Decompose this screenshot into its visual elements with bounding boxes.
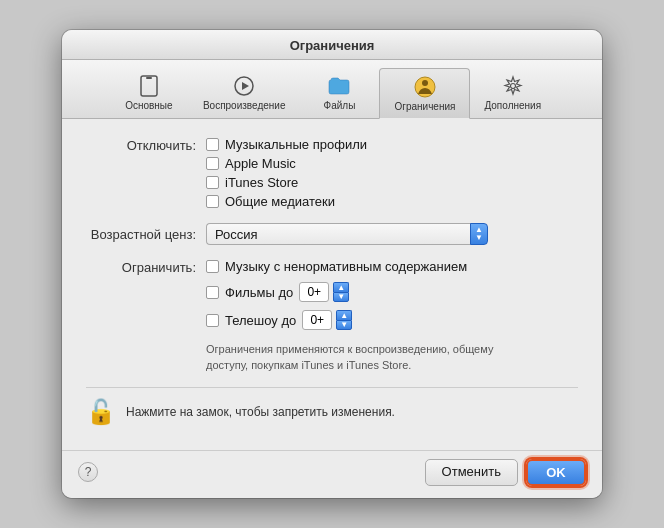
restrict-music-label: Музыку с ненормативным содержанием	[225, 259, 467, 274]
svg-marker-3	[242, 82, 249, 90]
movies-stepper-buttons: ▲ ▼	[333, 282, 349, 302]
checkbox-music-profiles[interactable]	[206, 138, 219, 151]
window-title: Ограничения	[290, 38, 375, 53]
age-rating-row: Возрастной ценз: Россия ▲▼	[86, 223, 578, 245]
checkbox-shared-libraries-label: Общие медиатеки	[225, 194, 335, 209]
disable-checkboxes: Музыкальные профили Apple Music iTunes S…	[206, 137, 367, 209]
tab-restrictions[interactable]: Ограничения	[379, 68, 470, 119]
tab-files-label: Файлы	[324, 100, 356, 111]
tab-restrictions-label: Ограничения	[394, 101, 455, 112]
checkbox-row-itunes-store: iTunes Store	[206, 175, 367, 190]
tv-stepper-down[interactable]: ▼	[336, 320, 352, 330]
restrict-label: Ограничить:	[86, 259, 206, 275]
titlebar: Ограничения	[62, 30, 602, 60]
bottom-bar: ? Отменить OK	[62, 450, 602, 498]
main-window: Ограничения Основные Воспроизведение	[62, 30, 602, 498]
age-rating-select[interactable]: Россия	[206, 223, 471, 245]
tab-advanced[interactable]: Дополнения	[470, 68, 555, 118]
lock-icon[interactable]: 🔓	[86, 398, 116, 426]
tv-stepper-up[interactable]: ▲	[336, 310, 352, 320]
movies-stepper-down[interactable]: ▼	[333, 292, 349, 302]
movies-stepper: ▲ ▼	[299, 282, 349, 302]
checkbox-itunes-store[interactable]	[206, 176, 219, 189]
tab-files[interactable]: Файлы	[299, 68, 379, 118]
tab-basics[interactable]: Основные	[109, 68, 189, 118]
checkbox-row-music-profiles: Музыкальные профили	[206, 137, 367, 152]
restrict-note: Ограничения применяются к воспроизведени…	[206, 342, 516, 373]
cancel-button[interactable]: Отменить	[425, 459, 518, 486]
tab-files-icon	[325, 72, 353, 100]
restrict-row: Ограничить: Музыку с ненормативным содер…	[86, 259, 578, 373]
restrict-fields: Музыку с ненормативным содержанием Фильм…	[206, 259, 516, 373]
tv-stepper-buttons: ▲ ▼	[336, 310, 352, 330]
action-buttons: Отменить OK	[425, 459, 586, 486]
checkbox-itunes-store-label: iTunes Store	[225, 175, 298, 190]
restrict-tv-label: Телешоу до	[225, 313, 296, 328]
tab-bar: Основные Воспроизведение Файлы	[62, 60, 602, 118]
svg-point-6	[510, 84, 515, 89]
checkbox-explicit-music[interactable]	[206, 260, 219, 273]
age-rating-label: Возрастной ценз:	[86, 226, 206, 242]
disable-row: Отключить: Музыкальные профили Apple Mus…	[86, 137, 578, 209]
tab-basics-label: Основные	[125, 100, 172, 111]
checkbox-row-apple-music: Apple Music	[206, 156, 367, 171]
lock-row: 🔓 Нажмите на замок, чтобы запретить изме…	[86, 387, 578, 434]
lock-text: Нажмите на замок, чтобы запретить измене…	[126, 405, 395, 419]
tab-playback-label: Воспроизведение	[203, 100, 286, 111]
svg-rect-1	[146, 77, 152, 79]
restrict-row-music: Музыку с ненормативным содержанием	[206, 259, 516, 274]
checkbox-apple-music[interactable]	[206, 157, 219, 170]
help-button[interactable]: ?	[78, 462, 98, 482]
tab-restrictions-icon	[411, 73, 439, 101]
disable-label: Отключить:	[86, 137, 206, 153]
tab-playback[interactable]: Воспроизведение	[189, 68, 300, 118]
movies-stepper-input[interactable]	[299, 282, 329, 302]
svg-point-5	[422, 80, 428, 86]
content-area: Отключить: Музыкальные профили Apple Mus…	[62, 119, 602, 450]
tab-basics-icon	[135, 72, 163, 100]
checkbox-shared-libraries[interactable]	[206, 195, 219, 208]
tv-stepper: ▲ ▼	[302, 310, 352, 330]
age-rating-select-container: Россия ▲▼	[206, 223, 488, 245]
movies-stepper-up[interactable]: ▲	[333, 282, 349, 292]
checkbox-tv[interactable]	[206, 314, 219, 327]
ok-button[interactable]: OK	[526, 459, 586, 486]
tab-advanced-label: Дополнения	[484, 100, 541, 111]
restrict-movies-label: Фильмы до	[225, 285, 293, 300]
age-rating-arrow[interactable]: ▲▼	[470, 223, 488, 245]
checkbox-movies[interactable]	[206, 286, 219, 299]
tab-advanced-icon	[499, 72, 527, 100]
restrict-row-movies: Фильмы до ▲ ▼	[206, 282, 516, 302]
checkbox-row-shared-libraries: Общие медиатеки	[206, 194, 367, 209]
restrict-row-tv: Телешоу до ▲ ▼	[206, 310, 516, 330]
checkbox-music-profiles-label: Музыкальные профили	[225, 137, 367, 152]
checkbox-apple-music-label: Apple Music	[225, 156, 296, 171]
tab-playback-icon	[230, 72, 258, 100]
tv-stepper-input[interactable]	[302, 310, 332, 330]
